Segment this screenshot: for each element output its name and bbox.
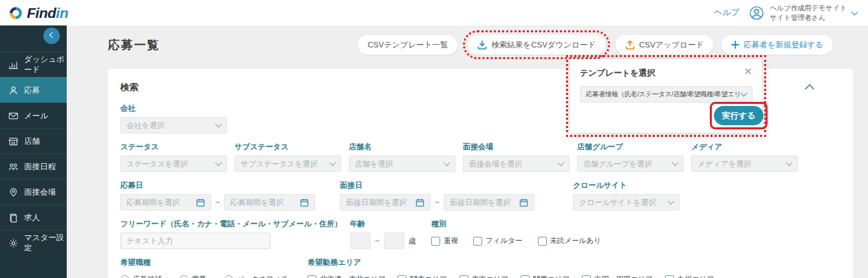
sidebar-item-master-settings[interactable]: マスター設定 <box>0 230 67 255</box>
crawl-site-select[interactable]: クロールサイトを選択 <box>573 194 680 211</box>
job-option-sales[interactable]: 営業 <box>180 275 206 278</box>
findin-logo: Findin <box>8 5 68 21</box>
apply-date-label: 応募日 <box>120 180 315 191</box>
csv-template-list-button[interactable]: CSVテンプレート一覧 <box>357 34 458 55</box>
interview-venue-icon <box>8 187 19 197</box>
help-link[interactable]: ヘルプ <box>714 7 739 19</box>
collapse-search-icon[interactable] <box>805 84 814 94</box>
account-menu[interactable]: ヘルプ作成用デモサイト サイト管理者さん <box>749 3 857 22</box>
interview-schedule-icon <box>8 162 19 172</box>
interview-date-to-input[interactable]: 面接日期間を選択 <box>444 194 534 211</box>
csv-upload-button[interactable]: CSVアップロード <box>615 34 714 55</box>
brand-name: Findin <box>27 5 68 21</box>
interview-date-label: 面接日 <box>340 180 534 191</box>
age-min-input[interactable] <box>350 233 371 249</box>
sidebar-item-interview-schedule[interactable]: 面接日程 <box>0 153 67 179</box>
age-max-input[interactable] <box>384 233 404 249</box>
media-select[interactable]: メディアを選択 <box>691 156 798 172</box>
applicants-icon <box>8 85 19 96</box>
media-label: メディア <box>691 142 798 152</box>
avatar-icon <box>749 6 764 21</box>
store-group-label: 店舗グループ <box>577 142 684 152</box>
download-icon <box>477 40 487 50</box>
chevron-down-icon <box>558 160 565 167</box>
page-title: 応募一覧 <box>108 37 160 53</box>
store-icon <box>8 136 19 147</box>
kind-option-unread-mail[interactable]: 未読メールあり <box>538 236 601 246</box>
status-label: ステータス <box>120 142 227 152</box>
upload-icon <box>625 40 635 50</box>
sidebar-item-interview-venue[interactable]: 面接会場 <box>0 179 67 204</box>
chevron-down-icon <box>444 160 451 167</box>
calendar-icon <box>415 198 424 207</box>
sidebar-item-jobs[interactable]: 求人 <box>0 204 67 230</box>
store-name-label: 店舗名 <box>349 142 455 152</box>
checkbox-icon <box>521 275 530 278</box>
chevron-down-icon <box>215 160 222 167</box>
area-option-tokai[interactable]: 東海エリア <box>459 275 508 278</box>
register-applicant-button[interactable]: 応募者を新規登録する <box>721 34 834 55</box>
account-user-name: サイト管理者さん <box>770 13 847 23</box>
status-select[interactable]: ステータスを選択 <box>120 156 227 172</box>
store-select[interactable]: 店舗を選択 <box>349 156 455 172</box>
job-icon <box>8 213 19 223</box>
chevron-down-icon <box>668 198 675 205</box>
close-icon[interactable]: ✕ <box>744 66 752 76</box>
substatus-select[interactable]: サブステータスを選択 <box>235 156 341 172</box>
calendar-icon <box>196 198 205 207</box>
kind-option-filter[interactable]: フィルター <box>473 236 522 246</box>
age-suffix: 歳 <box>409 233 416 249</box>
sidebar-collapse-button[interactable] <box>43 28 60 44</box>
calendar-icon <box>300 198 309 207</box>
company-select[interactable]: 会社を選択 <box>120 117 227 133</box>
checkbox-icon <box>307 275 316 278</box>
chevron-down-icon <box>786 160 793 167</box>
toolbar: CSVテンプレート一覧 検索結果をCSVダウンロード CSVアップロード <box>357 34 834 55</box>
account-text: ヘルプ作成用デモサイト サイト管理者さん <box>770 3 847 22</box>
template-select[interactable]: 応募者情報（氏名/ステータス/店舗/希望職種/希望エリア） <box>580 86 752 103</box>
annotation-execute-highlight: 実行する <box>710 102 768 129</box>
mail-icon <box>8 111 19 121</box>
job-option-back-office[interactable]: バックオフィス <box>224 275 288 278</box>
plus-icon <box>731 41 739 49</box>
interview-date-from-input[interactable]: 面接日期間を選択 <box>340 194 431 211</box>
checkbox-icon <box>398 275 406 278</box>
job-option-manager-candidate[interactable]: 店長候補 <box>120 275 162 278</box>
chevron-down-icon <box>741 90 748 97</box>
sidebar-item-store[interactable]: 店舗 <box>0 128 67 153</box>
radio-icon <box>120 275 129 278</box>
settings-icon <box>8 238 19 248</box>
area-option-kanto[interactable]: 関東エリア <box>398 275 446 278</box>
sidebar: ダッシュボード 応募 メール 店舗 面接日程 <box>0 25 67 278</box>
annotation-popup-outline: テンプレートを選択 ✕ 応募者情報（氏名/ステータス/店舗/希望職種/希望エリア… <box>566 55 766 137</box>
area-option-hokkaido-tohoku[interactable]: 北海道・東北エリア <box>307 275 385 278</box>
store-group-select[interactable]: 店舗グループを選択 <box>577 156 684 172</box>
radio-icon <box>224 275 233 278</box>
sidebar-item-mail[interactable]: メール <box>0 103 67 128</box>
desired-job-label: 希望職種 <box>120 257 288 268</box>
freeword-label: フリーワード（氏名・カナ・電話・メール・サブメール・住所） <box>120 219 342 229</box>
freeword-input[interactable]: テキスト入力 <box>120 233 270 249</box>
checkbox-icon <box>473 237 482 246</box>
radio-icon <box>180 275 188 278</box>
search-heading: 検索 <box>120 81 138 94</box>
csv-download-button[interactable]: 検索結果をCSVダウンロード <box>467 34 606 55</box>
checkbox-icon <box>538 237 547 246</box>
chevron-down-icon <box>851 8 858 15</box>
area-option-kyushu[interactable]: 九州エリア <box>665 275 714 278</box>
chevron-down-icon <box>672 160 679 167</box>
sidebar-item-applicants[interactable]: 応募 <box>0 77 67 103</box>
chevron-down-icon <box>215 121 222 128</box>
execute-button[interactable]: 実行する <box>714 106 763 125</box>
venue-label: 面接会場 <box>463 142 569 152</box>
age-label: 年齢 <box>350 219 416 229</box>
venue-select[interactable]: 面接会場を選択 <box>463 156 569 172</box>
sidebar-item-dashboard[interactable]: ダッシュボード <box>0 52 67 77</box>
kind-option-duplicate[interactable]: 重複 <box>431 236 458 246</box>
crawl-site-label: クロールサイト <box>573 180 680 191</box>
apply-date-to-input[interactable]: 応募期間を選択 <box>224 194 315 211</box>
apply-date-from-input[interactable]: 応募期間を選択 <box>120 194 211 211</box>
area-option-chugoku-shikoku[interactable]: 中国・四国エリア <box>582 275 653 278</box>
area-option-kansai[interactable]: 関西エリア <box>521 275 569 278</box>
kind-label: 種別 <box>431 219 601 229</box>
